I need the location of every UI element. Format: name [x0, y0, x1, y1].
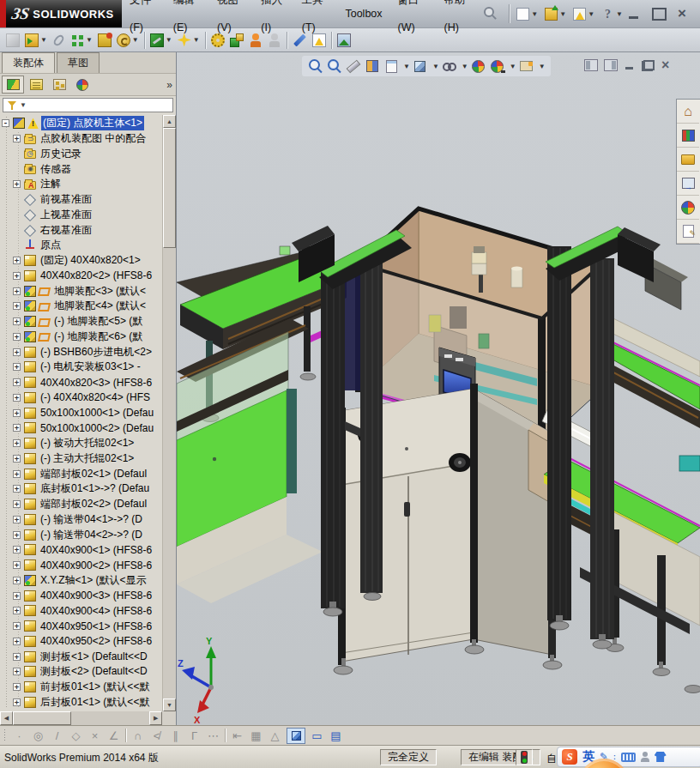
- sketch-parallel-button[interactable]: ∥: [168, 729, 183, 742]
- tree-item[interactable]: 上视基准面: [0, 208, 162, 223]
- custom-properties-button[interactable]: [677, 220, 699, 244]
- sketch-trim-button[interactable]: ×: [88, 729, 102, 742]
- expand-toggle[interactable]: +: [13, 302, 21, 310]
- expand-toggle[interactable]: +: [13, 698, 21, 706]
- expand-toggle[interactable]: +: [13, 424, 21, 432]
- expand-toggle[interactable]: +: [13, 607, 21, 614]
- expand-toggle[interactable]: +: [13, 653, 21, 661]
- sketch-arc-button[interactable]: ∩: [130, 729, 145, 742]
- menu-item-7[interactable]: 帮助(H): [437, 0, 481, 41]
- tree-item[interactable]: +地脚装配<3> (默认<: [0, 283, 162, 299]
- sketch-triangle-button[interactable]: △: [268, 729, 282, 742]
- tree-item[interactable]: +注解: [0, 177, 162, 192]
- tree-item[interactable]: +(-) 地脚装配<5> (默: [0, 314, 162, 330]
- ime-account-icon[interactable]: [641, 752, 649, 762]
- tree-item[interactable]: 前视基准面: [0, 192, 162, 208]
- tree-item[interactable]: +40X40x900<4> (HFS8-6: [0, 603, 162, 619]
- section-view-button[interactable]: [364, 57, 381, 75]
- expand-toggle[interactable]: +: [13, 561, 21, 569]
- tree-item[interactable]: +50x100x1000<1> (Defau: [0, 405, 162, 420]
- ime-keyboard-icon[interactable]: [621, 753, 636, 762]
- expand-toggle[interactable]: +: [13, 439, 21, 447]
- alert-document-button[interactable]: ▼: [570, 3, 598, 26]
- tab-assembly[interactable]: 装配体: [2, 52, 55, 73]
- tree-item[interactable]: +端部封板02<2> (Defaul: [0, 497, 162, 512]
- scroll-left-button[interactable]: ◀: [0, 711, 13, 725]
- tree-item[interactable]: +(-) BSHB60步进电机<2>: [0, 344, 162, 360]
- sketch-grid-button[interactable]: ▦: [249, 729, 263, 742]
- close-document[interactable]: [661, 60, 673, 71]
- sketch-corner-button[interactable]: Γ: [187, 729, 202, 742]
- zoom-to-fit-button[interactable]: [307, 57, 324, 75]
- help-button[interactable]: ▼: [598, 3, 626, 26]
- propertymanager-tab[interactable]: [25, 76, 47, 94]
- quick-tips-indicator[interactable]: [516, 749, 533, 765]
- open-component-button[interactable]: ▼: [22, 30, 50, 51]
- featuremanager-design-tree-tab[interactable]: [2, 76, 24, 94]
- apply-scene-button[interactable]: [489, 57, 506, 75]
- appearance-image-button[interactable]: [335, 30, 353, 51]
- collapse-right-pane[interactable]: [604, 59, 618, 71]
- appearances-scenes-button[interactable]: [677, 196, 699, 220]
- expand-toggle[interactable]: +: [13, 683, 21, 691]
- view-palette-button[interactable]: [677, 172, 699, 196]
- expand-toggle[interactable]: +: [13, 546, 21, 553]
- ime-skin-icon[interactable]: [655, 752, 667, 762]
- file-explorer-button[interactable]: [677, 148, 699, 172]
- configurationmanager-tab[interactable]: [48, 76, 70, 94]
- sketch-angle-button[interactable]: ∠: [106, 729, 121, 742]
- tree-item[interactable]: +底封板01<1>->? (Defau: [0, 481, 162, 497]
- hide-show-items-button[interactable]: [441, 57, 458, 75]
- expand-toggle[interactable]: +: [13, 272, 21, 280]
- expand-toggle[interactable]: +: [13, 363, 21, 371]
- vertical-scroll-thumb[interactable]: [163, 128, 176, 248]
- smart-fasteners-button[interactable]: [95, 30, 114, 51]
- close-window[interactable]: [674, 7, 691, 21]
- expand-toggle[interactable]: +: [13, 577, 21, 584]
- tree-item[interactable]: +40X40x900<2> (HFS8-6: [0, 558, 162, 573]
- expand-toggle[interactable]: +: [13, 668, 21, 675]
- view-orientation-button[interactable]: [383, 57, 400, 75]
- interference-detection-button[interactable]: [246, 30, 265, 51]
- expand-toggle[interactable]: +: [13, 257, 21, 264]
- measure-button[interactable]: [290, 30, 310, 51]
- dropdown-arrow-icon[interactable]: ▼: [432, 63, 439, 70]
- collapse-left-pane[interactable]: [584, 59, 598, 71]
- belt-chain-button[interactable]: [208, 30, 227, 51]
- section-knife-button[interactable]: [345, 57, 362, 75]
- dropdown-arrow-icon[interactable]: ▼: [559, 10, 566, 18]
- expand-toggle[interactable]: +: [13, 622, 21, 630]
- tree-item[interactable]: 传感器: [0, 161, 162, 177]
- tree-item[interactable]: +前封板01<1> (默认<<默: [0, 680, 162, 695]
- tree-item[interactable]: +40X40x950<1> (HFS8-6: [0, 619, 162, 634]
- vertical-scroll-track[interactable]: [163, 248, 176, 698]
- expand-toggle[interactable]: +: [13, 470, 21, 478]
- dropdown-arrow-icon[interactable]: ▼: [166, 36, 172, 44]
- expand-toggle[interactable]: +: [13, 180, 21, 188]
- horizontal-scroll-track[interactable]: [71, 711, 149, 725]
- update-warning-button[interactable]: [310, 30, 329, 51]
- new-document-button[interactable]: ▼: [513, 3, 541, 26]
- sketch-point-button[interactable]: ·: [12, 729, 27, 742]
- tree-item[interactable]: +测封板<2> (Default<<D: [0, 664, 162, 680]
- dropdown-arrow-icon[interactable]: ▼: [132, 36, 139, 44]
- expand-toggle[interactable]: -: [2, 119, 9, 127]
- tree-vertical-scrollbar[interactable]: ▲ ▼: [162, 115, 176, 711]
- tree-item[interactable]: +测封板<1> (Default<<D: [0, 649, 162, 664]
- sketch-polygon-button[interactable]: ◇: [69, 729, 83, 742]
- tree-item[interactable]: +端部封板02<1> (Defaul: [0, 466, 162, 481]
- linear-component-pattern-button[interactable]: ▼: [68, 30, 95, 51]
- dropdown-arrow-icon[interactable]: ▼: [539, 63, 546, 70]
- menu-item-6[interactable]: 窗口(W): [390, 0, 437, 41]
- scroll-right-button[interactable]: ▶: [149, 711, 162, 725]
- expand-toggle[interactable]: +: [13, 287, 21, 295]
- minimize-window[interactable]: [626, 7, 643, 21]
- dropdown-arrow-icon[interactable]: ▼: [86, 36, 93, 44]
- tree-horizontal-scrollbar[interactable]: ◀ ▶: [0, 711, 162, 725]
- tree-item[interactable]: +(-) 电机安装板03<1> -: [0, 360, 162, 375]
- minimize-document[interactable]: [624, 60, 636, 70]
- expand-toggle[interactable]: +: [13, 592, 21, 600]
- expand-toggle[interactable]: +: [13, 135, 21, 142]
- edit-appearance-button[interactable]: [470, 57, 487, 75]
- tree-item[interactable]: +(-) 输送带04<2>->? (D: [0, 527, 162, 542]
